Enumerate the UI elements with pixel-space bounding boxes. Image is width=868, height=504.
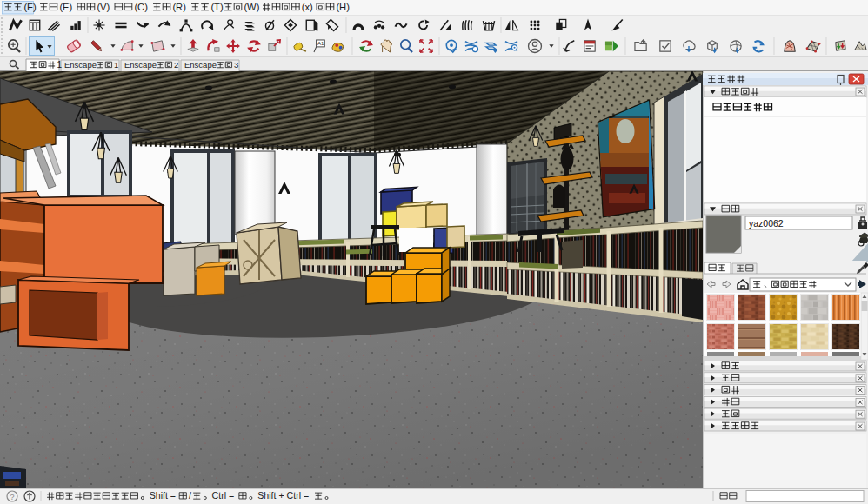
svg-text:Shift + Ctrl =: Shift + Ctrl = [257,490,309,501]
svg-text:Ctrl =: Ctrl = [212,490,235,501]
svg-text:Shift =: Shift = [150,490,176,501]
svg-text:Enscape: Enscape [184,60,217,70]
svg-text:(H): (H) [336,2,350,12]
svg-text:(R): (R) [172,2,186,12]
svg-text:A1: A1 [317,40,324,46]
svg-text:yaz0062: yaz0062 [749,218,784,229]
svg-text:(C): (C) [134,2,148,12]
svg-text:3: 3 [234,60,238,70]
svg-text:?: ? [10,493,15,501]
svg-text:Enscape: Enscape [124,60,157,70]
svg-text:Enscape: Enscape [64,60,97,70]
svg-text:(T): (T) [210,2,224,12]
svg-text:(E): (E) [59,2,72,12]
svg-text:(V): (V) [97,2,110,12]
svg-text:(x): (x) [302,2,313,12]
svg-text:/: / [189,490,191,501]
svg-text:1: 1 [114,60,118,70]
svg-text:2: 2 [174,60,178,70]
svg-text:(F): (F) [23,2,37,12]
svg-text:(W): (W) [244,2,259,12]
svg-text:1: 1 [57,60,63,70]
